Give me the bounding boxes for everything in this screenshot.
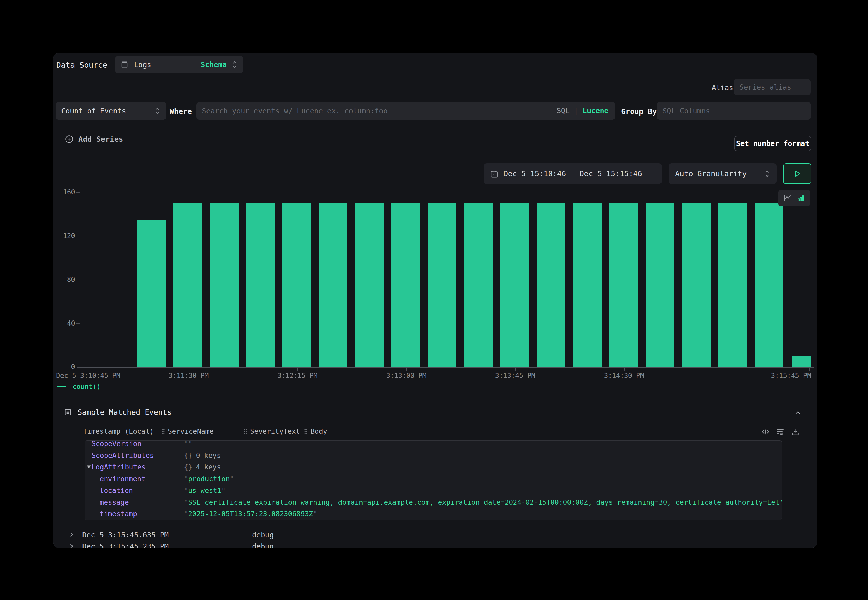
event-timestamp: Dec 5 3:15:45.635 PM [82, 531, 168, 539]
y-axis [80, 192, 80, 369]
events-table-header: Timestamp (Local) ServiceName SeverityTe… [53, 427, 817, 438]
detail-row[interactable]: timestamp"2025-12-05T13:57:23.082306893Z… [85, 508, 782, 520]
chevron-up-icon[interactable] [794, 409, 801, 417]
time-range-picker[interactable]: Dec 5 15:10:46 - Dec 5 15:15:46 [484, 164, 662, 184]
chart-bar [537, 203, 565, 367]
chevron-right-icon[interactable] [68, 543, 75, 548]
event-row[interactable]: Dec 5 3:15:45.235 PMdebug [53, 541, 817, 548]
data-source-label: Data Source [56, 61, 108, 70]
drag-handle-icon[interactable] [243, 428, 247, 435]
chart-bar [355, 203, 384, 367]
x-axis-tick [297, 368, 298, 371]
aggregate-value: Count of Events [61, 107, 126, 115]
row-divider [78, 542, 79, 548]
chart-plot: 04080120160 Dec 5 3:10:45 PM3:11:30 PM3:… [80, 192, 811, 367]
drag-handle-icon[interactable] [161, 428, 165, 435]
code-icon[interactable] [761, 427, 770, 436]
drag-handle-icon[interactable] [304, 428, 308, 435]
run-query-button[interactable] [783, 164, 811, 184]
bar-chart-icon[interactable] [797, 194, 805, 202]
detail-row[interactable]: location"us-west1" [85, 485, 782, 496]
alias-input[interactable] [734, 79, 810, 95]
select-chevron-icon [231, 60, 238, 69]
chart-bar [609, 203, 638, 367]
group-by-input[interactable] [657, 102, 811, 120]
y-axis-tick-label: 80 [53, 276, 75, 283]
detail-key: ScopeVersion [91, 440, 141, 448]
event-detail-panel: ScopeVersion""ScopeAttributes{}0 keysLog… [85, 440, 782, 520]
y-axis-tick [76, 279, 80, 280]
chart-bar [792, 356, 811, 367]
events-section-title: Sample Matched Events [78, 408, 172, 417]
y-axis-tick-label: 40 [53, 320, 75, 327]
y-axis-tick [76, 236, 80, 236]
x-axis [77, 367, 814, 368]
legend-swatch [57, 386, 66, 387]
detail-row[interactable]: message"SSL certificate expiration warni… [85, 496, 782, 508]
chart-bar [645, 203, 674, 367]
time-range-value: Dec 5 15:10:46 - Dec 5 15:15:46 [503, 169, 642, 178]
plus-circle-icon [65, 135, 74, 144]
chart-bar [319, 203, 347, 367]
x-axis-tick [624, 368, 625, 371]
detail-key: timestamp [100, 510, 137, 518]
chart-bar [500, 203, 529, 367]
alias-label: Alias [712, 83, 733, 92]
chart-bar [464, 203, 493, 367]
chart-bar [718, 203, 747, 367]
detail-value: "production" [184, 475, 234, 483]
chart-bar [573, 203, 602, 367]
chart-bar [173, 203, 202, 367]
page: { "colors": { "accent_green": "#2fdf9f",… [0, 0, 868, 600]
chart-bar [391, 203, 420, 367]
data-source-value: Logs [134, 61, 151, 69]
select-chevron-icon [154, 106, 161, 115]
x-axis-tick [809, 368, 810, 371]
detail-key: ScopeAttributes [91, 452, 154, 459]
granularity-select[interactable]: Auto Granularity [669, 164, 777, 184]
x-axis-tick-label: Dec 5 3:10:45 PM [56, 372, 120, 379]
sql-option[interactable]: SQL [557, 106, 570, 115]
schema-link[interactable]: Schema [201, 61, 227, 69]
event-row[interactable]: Dec 5 3:15:45.635 PMdebug [53, 530, 817, 540]
set-number-format-button[interactable]: Set number format [734, 136, 811, 151]
detail-value: "" [184, 440, 192, 448]
query-language-toggle[interactable]: SQL | Lucene [557, 106, 609, 115]
caret-down-icon[interactable] [86, 465, 91, 469]
event-timestamp: Dec 5 3:15:45.235 PM [82, 542, 168, 548]
aggregate-select[interactable]: Count of Events [56, 102, 166, 120]
detail-key: LogAttributes [91, 463, 145, 471]
column-header-timestamp[interactable]: Timestamp (Local) [83, 427, 154, 435]
download-icon[interactable] [791, 427, 800, 436]
column-header-servicename[interactable]: ServiceName [161, 427, 214, 435]
column-header-body[interactable]: Body [304, 427, 327, 435]
column-header-severitytext[interactable]: SeverityText [243, 427, 300, 435]
braces-icon: {} [184, 452, 192, 459]
language-divider: | [574, 106, 578, 115]
detail-key: location [100, 486, 133, 494]
detail-value: {}0 keys [184, 452, 221, 459]
database-icon [120, 60, 129, 69]
x-axis-tick [189, 368, 189, 371]
detail-row[interactable]: environment"production" [85, 473, 782, 485]
y-axis-tick-label: 0 [53, 363, 75, 371]
data-source-select[interactable]: Logs Schema [115, 56, 243, 73]
search-field[interactable]: SQL | Lucene [196, 102, 615, 120]
detail-row[interactable]: LogAttributes{}4 keys [85, 461, 782, 473]
query-builder-card: Data Source Logs Schema Alias Count of E… [53, 53, 817, 548]
detail-key: message [100, 498, 129, 506]
chart-bar [282, 203, 311, 367]
line-chart-icon[interactable] [783, 194, 792, 202]
chart-bar [427, 203, 456, 367]
detail-row[interactable]: ScopeVersion"" [85, 440, 782, 449]
x-axis-tick-label: 3:13:45 PM [495, 372, 535, 379]
row-divider [78, 531, 79, 539]
add-series-button[interactable]: Add Series [65, 134, 123, 144]
braces-icon: {} [184, 463, 192, 471]
chevron-right-icon[interactable] [68, 531, 75, 538]
detail-value: "us-west1" [184, 486, 226, 494]
lucene-option[interactable]: Lucene [583, 106, 609, 115]
wrap-text-icon[interactable] [776, 427, 785, 436]
search-input[interactable] [196, 102, 615, 120]
detail-row[interactable]: ScopeAttributes{}0 keys [85, 449, 782, 461]
